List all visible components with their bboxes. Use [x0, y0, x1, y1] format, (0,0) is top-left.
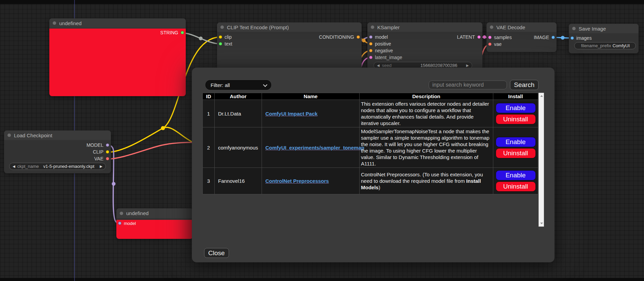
port-dot[interactable]	[477, 35, 481, 39]
table-row: 1 Dr.Lt.Data ComfyUI Impact Pack This ex…	[203, 100, 538, 127]
node-title: Load Checkpoint	[14, 133, 52, 138]
header-install: Install	[493, 93, 538, 100]
extension-table-area: ID Author Name Description Install 1 Dr.…	[202, 93, 544, 227]
output-port-string[interactable]: STRING	[160, 30, 184, 35]
uninstall-button[interactable]: Uninstall	[496, 148, 536, 158]
input-port-model[interactable]: model	[118, 221, 136, 226]
port-dot[interactable]	[118, 222, 121, 225]
port-dot[interactable]	[219, 35, 222, 39]
node-load-checkpoint[interactable]: Load Checkpoint MODEL CLIP VAE	[4, 130, 111, 172]
port-dot[interactable]	[369, 35, 373, 39]
filename-prefix-widget[interactable]: filename_prefix ComfyUI	[574, 42, 636, 49]
cell-install: Enable Uninstall	[493, 100, 538, 127]
search-button[interactable]: Search	[510, 80, 539, 90]
node-title: undefined	[126, 210, 149, 216]
port-dot[interactable]	[369, 56, 373, 59]
port-dot[interactable]	[106, 143, 109, 147]
filter-select-wrap: Filter: all	[205, 80, 271, 90]
input-port-text[interactable]: text	[219, 41, 232, 47]
cell-id: 1	[203, 100, 215, 127]
output-port-clip[interactable]: CLIP	[93, 149, 109, 155]
collapse-dot-icon[interactable]	[371, 25, 374, 29]
node-clip-text-encode[interactable]: CLIP Text Encode (Prompt) clip CONDITION…	[217, 22, 362, 70]
port-dot[interactable]	[219, 42, 222, 46]
port-dot[interactable]	[357, 35, 360, 39]
widget-arrow-right-icon[interactable]: ▶	[466, 64, 469, 67]
widget-arrow-left-icon[interactable]: ◀	[377, 64, 380, 67]
port-dot[interactable]	[181, 31, 184, 34]
cell-author: Dr.Lt.Data	[215, 100, 262, 127]
header-author: Author	[215, 93, 262, 100]
uninstall-button[interactable]: Uninstall	[496, 114, 536, 124]
port-dot[interactable]	[571, 36, 574, 40]
port-dot[interactable]	[369, 49, 373, 52]
input-port-samples[interactable]: samples	[488, 35, 512, 40]
input-port-images[interactable]: images	[571, 35, 592, 41]
enable-button[interactable]: Enable	[496, 103, 536, 113]
enable-button[interactable]: Enable	[496, 137, 536, 147]
scrollbar[interactable]	[539, 93, 544, 227]
enable-button[interactable]: Enable	[496, 170, 536, 180]
cell-id: 2	[203, 127, 215, 168]
port-dot[interactable]	[106, 157, 109, 160]
search-input[interactable]	[429, 81, 507, 89]
port-dot[interactable]	[106, 150, 109, 154]
port-dot[interactable]	[488, 36, 492, 39]
ckpt-name-widget[interactable]: ◀ ckpt_name v1-5-pruned-emaonly.ckpt ▶	[9, 163, 106, 170]
cell-id: 3	[203, 168, 215, 194]
table-header-row: ID Author Name Description Install	[203, 93, 538, 100]
graph-canvas[interactable]: undefined STRING CLIP Text Encode (Promp…	[0, 0, 644, 281]
cell-install: Enable Uninstall	[493, 127, 538, 168]
input-port-clip[interactable]: clip	[219, 34, 232, 40]
node-vae-decode[interactable]: VAE Decode samples IMAGE vae	[486, 22, 557, 50]
collapse-dot-icon[interactable]	[220, 25, 224, 29]
cell-author: Fannovel16	[215, 168, 262, 194]
table-row: 2 comfyanonymous ComfyUI_experiments/sam…	[203, 127, 538, 168]
collapse-dot-icon[interactable]	[53, 21, 56, 25]
node-title: Save Image	[579, 26, 606, 32]
input-port-model[interactable]: model	[369, 34, 388, 40]
node-ksampler[interactable]: KSampler model LATENT positive	[367, 22, 482, 68]
input-port-latent-image[interactable]: latent_image	[369, 55, 402, 60]
cell-install: Enable Uninstall	[493, 168, 538, 194]
extension-link[interactable]: ControlNet Preprocessors	[265, 178, 329, 184]
manager-dialog: Filter: all Search ID Author Name	[192, 68, 555, 262]
node-save-image[interactable]: Save Image images filename_prefix ComfyU…	[569, 24, 639, 52]
collapse-dot-icon[interactable]	[120, 212, 123, 215]
collapse-dot-icon[interactable]	[7, 134, 11, 137]
collapse-dot-icon[interactable]	[572, 27, 576, 30]
port-dot[interactable]	[369, 42, 373, 46]
node-undefined-bottom[interactable]: undefined model	[116, 208, 193, 237]
scroll-down-icon[interactable]	[540, 223, 543, 224]
output-port-latent[interactable]: LATENT	[457, 34, 481, 40]
collapse-dot-icon[interactable]	[490, 25, 493, 29]
input-port-positive[interactable]: positive	[369, 41, 391, 47]
extension-link[interactable]: ComfyUI Impact Pack	[265, 111, 317, 117]
filter-select[interactable]: Filter: all	[205, 80, 271, 90]
scroll-up-icon[interactable]	[540, 95, 543, 97]
cell-description: ModelSamplerTonemapNoiseTest a node that…	[360, 127, 493, 168]
cell-description: This extension offers various detector n…	[360, 100, 493, 127]
input-port-negative[interactable]: negative	[369, 48, 393, 53]
input-port-vae[interactable]: vae	[488, 41, 502, 47]
port-dot[interactable]	[551, 36, 555, 39]
node-title: undefined	[59, 20, 82, 26]
header-description: Description	[360, 93, 493, 100]
header-name: Name	[262, 93, 360, 100]
widget-arrow-right-icon[interactable]: ▶	[100, 165, 102, 168]
table-row: 3 Fannovel16 ControlNet Preprocessors Co…	[203, 168, 538, 194]
uninstall-button[interactable]: Uninstall	[496, 181, 536, 192]
output-port-vae[interactable]: VAE	[94, 156, 109, 161]
extension-link[interactable]: ComfyUI_experiments/sampler_tonemap	[265, 145, 364, 151]
header-id: ID	[203, 93, 215, 100]
node-undefined-top[interactable]: undefined STRING	[49, 18, 186, 95]
node-title: VAE Decode	[496, 24, 525, 30]
port-dot[interactable]	[488, 42, 492, 46]
output-port-conditioning[interactable]: CONDITIONING	[319, 34, 360, 40]
widget-arrow-left-icon[interactable]: ◀	[13, 165, 15, 168]
extension-table: ID Author Name Description Install 1 Dr.…	[202, 93, 538, 194]
close-button[interactable]: Close	[204, 248, 229, 258]
output-port-image[interactable]: IMAGE	[534, 35, 555, 40]
output-port-model[interactable]: MODEL	[86, 142, 109, 148]
cell-author: comfyanonymous	[215, 127, 262, 168]
